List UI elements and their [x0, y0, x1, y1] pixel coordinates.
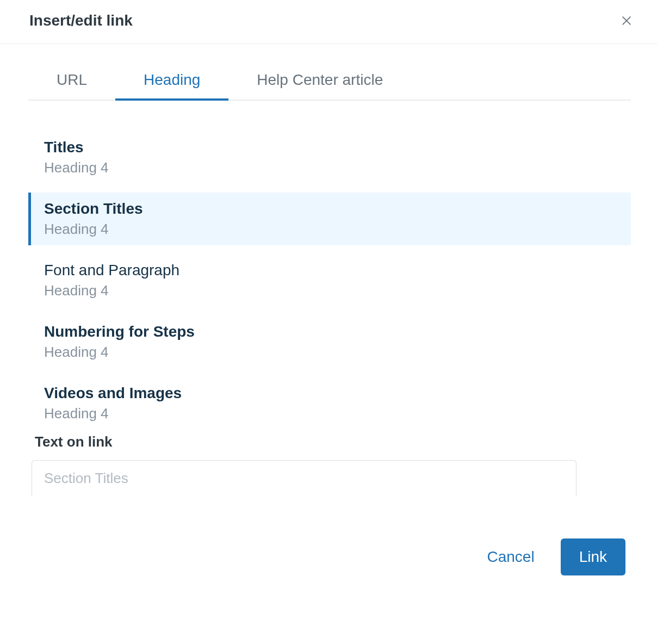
heading-item-title: Videos and Images	[44, 385, 631, 402]
tab-bar: URL Heading Help Center article	[28, 71, 631, 101]
text-on-link-field: Text on link	[0, 434, 657, 496]
tab-heading[interactable]: Heading	[115, 71, 228, 101]
heading-item-level: Heading 4	[44, 282, 631, 299]
heading-item[interactable]: Font and Paragraph Heading 4	[28, 254, 631, 307]
text-on-link-input[interactable]	[32, 460, 577, 496]
heading-item[interactable]: Numbering for Steps Heading 4	[28, 315, 631, 368]
dialog-body: URL Heading Help Center article Titles H…	[0, 44, 657, 425]
heading-item-title: Section Titles	[44, 200, 631, 218]
dialog-title: Insert/edit link	[29, 12, 133, 29]
heading-list[interactable]: Titles Heading 4 Section Titles Heading …	[28, 131, 631, 425]
tab-help-center[interactable]: Help Center article	[228, 71, 411, 101]
heading-item[interactable]: Section Titles Heading 4	[28, 193, 631, 245]
heading-item-level: Heading 4	[44, 344, 631, 361]
text-on-link-label: Text on link	[32, 434, 631, 460]
heading-item[interactable]: Titles Heading 4	[28, 131, 631, 184]
heading-item-level: Heading 4	[44, 159, 631, 176]
heading-item-title: Numbering for Steps	[44, 323, 631, 340]
heading-item-level: Heading 4	[44, 405, 631, 422]
cancel-button[interactable]: Cancel	[485, 543, 536, 571]
link-button[interactable]: Link	[561, 538, 625, 575]
heading-item-title: Font and Paragraph	[44, 262, 631, 279]
close-icon[interactable]	[619, 13, 634, 28]
heading-item-level: Heading 4	[44, 221, 631, 238]
dialog-footer: Cancel Link	[0, 517, 657, 597]
insert-link-dialog: Insert/edit link URL Heading Help Center…	[0, 0, 657, 597]
heading-item[interactable]: Videos and Images Heading 4	[28, 377, 631, 425]
heading-item-title: Titles	[44, 139, 631, 156]
dialog-header: Insert/edit link	[0, 0, 657, 44]
tab-url[interactable]: URL	[28, 71, 115, 101]
